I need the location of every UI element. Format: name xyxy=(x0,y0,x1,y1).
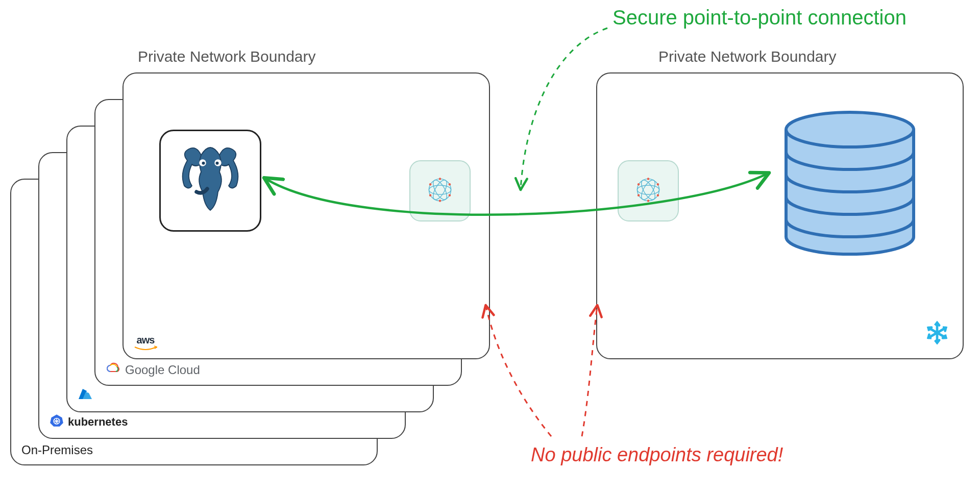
svg-point-28 xyxy=(647,200,650,202)
svg-point-24 xyxy=(637,185,659,194)
pointer-nopublic-right xyxy=(582,306,597,436)
network-node-right xyxy=(618,160,679,221)
provider-label-aws: aws xyxy=(134,335,157,351)
left-boundary-label: Private Network Boundary xyxy=(138,48,316,65)
svg-point-32 xyxy=(638,183,640,186)
svg-point-31 xyxy=(657,194,659,197)
svg-point-19 xyxy=(449,183,451,186)
svg-point-10 xyxy=(202,162,205,165)
boundary-card-snowflake xyxy=(596,72,964,359)
onprem-text: On-Premises xyxy=(21,443,93,457)
annotation-nopublic: No public endpoints required! xyxy=(531,444,783,466)
provider-label-k8s: kubernetes xyxy=(50,413,128,431)
pointer-nopublic-left xyxy=(486,306,551,436)
annotation-secure: Secure point-to-point connection xyxy=(612,6,906,29)
gcp-text: Google Cloud xyxy=(125,363,200,377)
svg-point-12 xyxy=(216,162,219,165)
provider-label-onprem: On-Premises xyxy=(21,443,93,457)
svg-point-22 xyxy=(429,183,432,186)
provider-label-gcp: Google Cloud xyxy=(106,362,200,378)
snowflake-icon xyxy=(924,319,950,348)
provider-label-azure xyxy=(78,388,93,404)
network-node-left xyxy=(409,160,471,221)
gcp-icon xyxy=(106,362,121,378)
svg-point-14 xyxy=(429,185,451,194)
boundary-card-aws: aws xyxy=(122,72,490,359)
svg-point-18 xyxy=(439,200,442,202)
svg-point-30 xyxy=(638,194,640,197)
mesh-icon xyxy=(625,167,671,215)
pointer-secure xyxy=(521,28,607,189)
postgres-icon xyxy=(172,141,249,220)
svg-point-33 xyxy=(786,112,914,147)
svg-point-17 xyxy=(439,178,442,180)
right-boundary-label: Private Network Boundary xyxy=(658,48,837,65)
azure-icon xyxy=(78,388,93,404)
aws-icon: aws xyxy=(134,335,157,351)
svg-point-27 xyxy=(647,178,650,180)
database-icon xyxy=(771,104,929,269)
svg-point-20 xyxy=(429,194,432,197)
k8s-text: kubernetes xyxy=(68,415,128,429)
svg-point-21 xyxy=(449,194,451,197)
postgres-tile xyxy=(159,130,261,232)
svg-point-29 xyxy=(657,183,659,186)
kubernetes-icon xyxy=(50,413,64,431)
mesh-icon xyxy=(417,167,463,215)
